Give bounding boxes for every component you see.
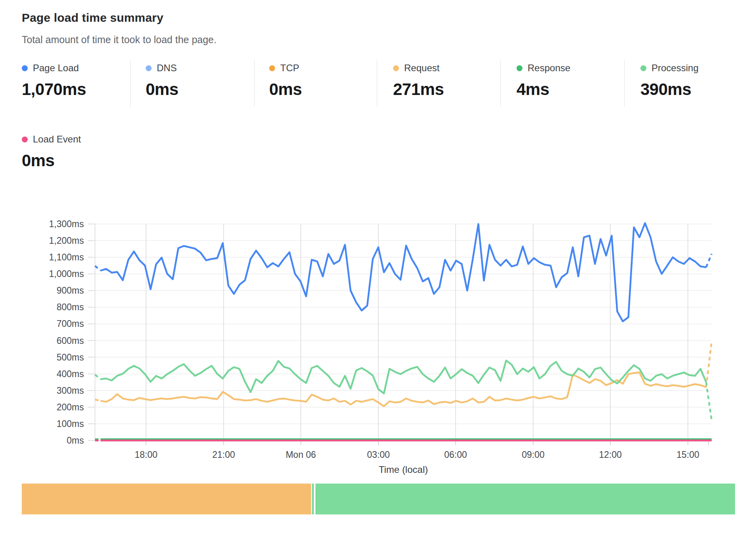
svg-text:15:00: 15:00	[676, 450, 699, 460]
svg-text:18:00: 18:00	[135, 450, 158, 460]
svg-text:800ms: 800ms	[57, 302, 84, 312]
svg-text:600ms: 600ms	[57, 336, 84, 346]
page-load-summary-panel: Page load time summary Total amount of t…	[0, 0, 756, 535]
svg-text:Mon 06: Mon 06	[286, 450, 316, 460]
svg-text:1,100ms: 1,100ms	[49, 252, 84, 262]
line-chart: 0ms100ms200ms300ms400ms500ms600ms700ms80…	[0, 0, 756, 535]
svg-text:1,000ms: 1,000ms	[49, 269, 84, 279]
svg-text:200ms: 200ms	[57, 402, 84, 412]
svg-text:0ms: 0ms	[67, 435, 84, 446]
svg-text:12:00: 12:00	[599, 450, 622, 460]
svg-text:700ms: 700ms	[57, 319, 84, 329]
svg-text:06:00: 06:00	[444, 450, 467, 460]
svg-text:400ms: 400ms	[57, 369, 84, 379]
svg-text:03:00: 03:00	[367, 450, 390, 460]
svg-text:21:00: 21:00	[212, 450, 235, 460]
svg-text:1,200ms: 1,200ms	[49, 235, 84, 246]
status-segment-degraded	[22, 484, 311, 514]
svg-text:900ms: 900ms	[57, 285, 84, 296]
svg-text:Time (local): Time (local)	[379, 464, 428, 475]
svg-text:300ms: 300ms	[57, 385, 84, 396]
svg-text:09:00: 09:00	[522, 450, 545, 460]
svg-text:500ms: 500ms	[57, 352, 84, 362]
status-timeline-bar	[22, 484, 735, 514]
svg-text:100ms: 100ms	[57, 419, 84, 429]
status-segment-ok	[315, 484, 735, 514]
svg-text:1,300ms: 1,300ms	[49, 219, 84, 229]
